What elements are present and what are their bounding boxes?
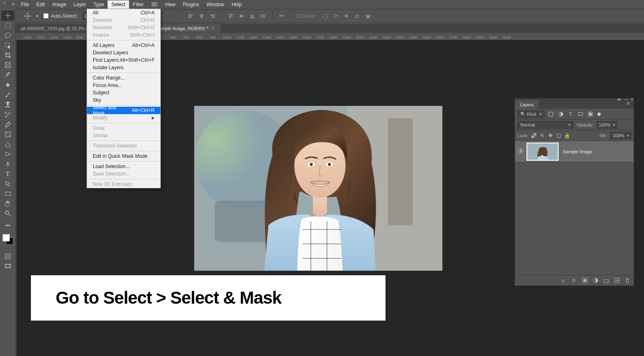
menu-item-color-range[interactable]: Color Range...: [87, 74, 160, 82]
zoom-tool[interactable]: [2, 208, 14, 218]
chevron-down-icon[interactable]: ▾: [36, 14, 38, 18]
adjustment-layer-icon[interactable]: [592, 278, 598, 283]
new-layer-icon[interactable]: [614, 278, 620, 283]
rectangle-tool[interactable]: [2, 189, 14, 199]
menu-item-select-and-mask[interactable]: Select and Mask...Alt+Ctrl+R: [87, 107, 160, 114]
more-icon[interactable]: •••: [277, 12, 286, 20]
menu-view[interactable]: View: [161, 0, 179, 9]
align-bottom-icon[interactable]: [248, 12, 256, 20]
edit-toolbar-button[interactable]: •••: [2, 221, 14, 231]
filter-toggle[interactable]: [597, 112, 601, 116]
menu-layer[interactable]: Layer: [70, 0, 89, 9]
filter-pixel-icon[interactable]: [547, 110, 555, 118]
hand-tool[interactable]: [2, 199, 14, 208]
layer-name[interactable]: Sample Image: [563, 149, 592, 154]
menu-item-all-layers[interactable]: All LayersAlt+Ctrl+A: [87, 42, 160, 49]
panel-minimize-icon[interactable]: —: [624, 97, 628, 101]
layer-style-icon[interactable]: fx: [571, 278, 577, 283]
align-center-h-icon[interactable]: [197, 12, 206, 20]
quick-mask-toggle[interactable]: [2, 251, 14, 261]
lock-all-icon[interactable]: 🔒: [564, 132, 570, 139]
rectangular-marquee-tool[interactable]: [2, 21, 14, 30]
path-selection-tool[interactable]: [2, 179, 14, 189]
layer-mask-icon[interactable]: [582, 278, 588, 283]
eraser-tool[interactable]: [2, 119, 14, 129]
pen-tool[interactable]: [2, 159, 14, 169]
dodge-tool[interactable]: [2, 149, 14, 159]
filter-smart-icon[interactable]: [587, 110, 594, 118]
menu-item-load-selection[interactable]: Load Selection...: [87, 163, 160, 170]
align-middle-v-icon[interactable]: [237, 12, 246, 20]
filter-type-icon[interactable]: T: [567, 110, 574, 118]
lock-image-icon[interactable]: ✎: [539, 132, 545, 139]
menu-window[interactable]: Window: [203, 0, 228, 9]
layers-tab[interactable]: Layers: [515, 100, 538, 109]
menu-filter[interactable]: Filter: [129, 0, 148, 9]
menu-item-subject[interactable]: Subject: [87, 89, 160, 96]
3d-roll-icon[interactable]: ⟳: [331, 12, 340, 20]
menu-file[interactable]: File: [17, 0, 33, 9]
menu-type[interactable]: Type: [89, 0, 108, 9]
menu-item-focus-area[interactable]: Focus Area...: [87, 82, 160, 89]
spot-healing-brush-tool[interactable]: [2, 80, 14, 90]
menu-item-sky[interactable]: Sky: [87, 96, 160, 104]
type-tool[interactable]: T: [2, 169, 14, 179]
svg-rect-54: [589, 113, 592, 115]
home-icon[interactable]: [2, 0, 10, 9]
gradient-tool[interactable]: [2, 129, 14, 139]
panel-close-icon[interactable]: ✕: [630, 97, 634, 101]
clone-stamp-tool[interactable]: [2, 100, 14, 110]
group-layers-icon[interactable]: [603, 278, 609, 283]
3d-zoom-icon[interactable]: ▣: [364, 12, 372, 20]
color-swatches[interactable]: [2, 234, 13, 245]
align-top-icon[interactable]: [227, 12, 235, 20]
3d-orbit-icon[interactable]: ◯: [321, 12, 329, 20]
lock-position-icon[interactable]: ✥: [547, 132, 554, 139]
3d-slide-icon[interactable]: ⇄: [353, 12, 361, 20]
delete-layer-icon[interactable]: [625, 278, 630, 283]
panel-collapse-icon[interactable]: ◂▸: [617, 97, 621, 101]
layer-row[interactable]: Sample Image: [515, 141, 634, 162]
blend-mode-dropdown[interactable]: Normal▾: [517, 121, 573, 129]
menu-item-find-layers[interactable]: Find LayersAlt+Shift+Ctrl+F: [87, 56, 160, 64]
align-right-icon[interactable]: [208, 12, 216, 20]
distribute-icon[interactable]: [259, 12, 267, 20]
menu-item-edit-in-quick-mask-mode[interactable]: Edit in Quick Mask Mode: [87, 152, 160, 160]
menu-select[interactable]: Select: [108, 0, 129, 9]
menu-edit[interactable]: Edit: [33, 0, 49, 9]
menu-item-isolate-layers[interactable]: Isolate Layers: [87, 64, 160, 71]
align-left-icon[interactable]: [187, 12, 195, 20]
crop-tool[interactable]: [2, 50, 14, 60]
filter-shape-icon[interactable]: [577, 110, 584, 118]
blur-tool[interactable]: [2, 139, 14, 149]
menu-plugins[interactable]: Plugins: [179, 0, 203, 9]
auto-select-checkbox[interactable]: Auto-Select:: [43, 13, 78, 19]
move-tool[interactable]: [2, 11, 14, 21]
frame-tool[interactable]: [2, 60, 14, 70]
lock-transparency-icon[interactable]: [531, 132, 537, 139]
history-brush-tool[interactable]: [2, 110, 14, 119]
object-selection-tool[interactable]: [2, 40, 14, 50]
menu-image[interactable]: Image: [49, 0, 70, 9]
menu-help[interactable]: Help: [228, 0, 246, 9]
close-tab-icon[interactable]: ✕: [212, 26, 215, 30]
visibility-toggle-icon[interactable]: [515, 148, 526, 155]
fill-input[interactable]: 100%▾: [611, 132, 631, 139]
lock-artboard-icon[interactable]: ▢: [555, 132, 562, 139]
brush-tool[interactable]: [2, 90, 14, 100]
layer-filter-kind-dropdown[interactable]: 🔍Kind▾: [517, 110, 545, 118]
close-icon[interactable]: ✕: [12, 2, 15, 7]
3d-pan-icon[interactable]: ✥: [342, 12, 350, 20]
eyedropper-tool[interactable]: [2, 70, 14, 80]
menu-item-deselect-layers[interactable]: Deselect Layers: [87, 49, 160, 56]
lasso-tool[interactable]: [2, 30, 14, 40]
screen-mode-toggle[interactable]: [2, 261, 14, 271]
opacity-input[interactable]: 100%▾: [597, 121, 617, 129]
lock-label: Lock:: [517, 133, 528, 138]
layer-thumbnail: [526, 143, 559, 161]
link-layers-icon[interactable]: ⦶: [560, 278, 566, 283]
menu-3d[interactable]: 3D: [147, 0, 161, 9]
svg-rect-21: [5, 23, 10, 28]
filter-adjustment-icon[interactable]: [557, 110, 564, 118]
menu-item-all[interactable]: AllCtrl+A: [87, 9, 160, 16]
